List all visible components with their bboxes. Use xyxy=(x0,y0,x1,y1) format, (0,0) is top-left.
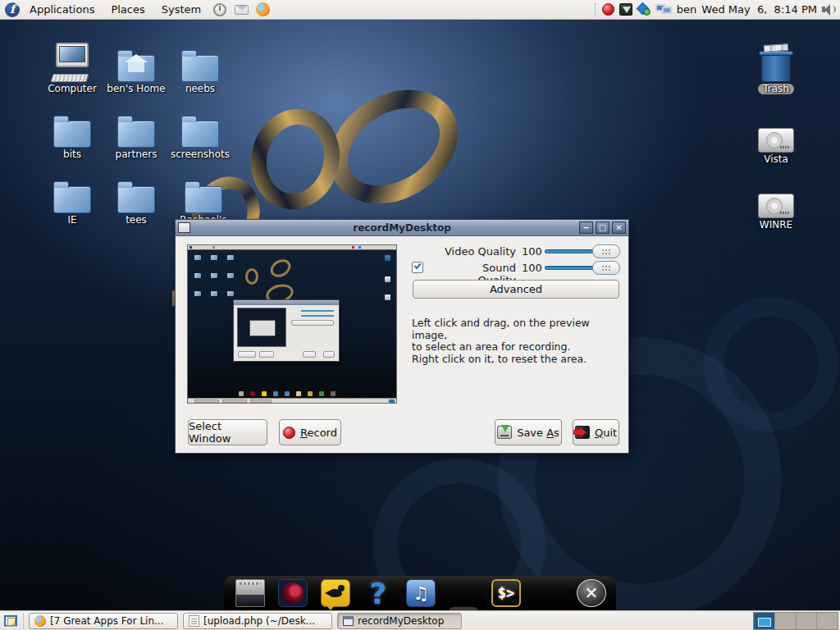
video-quality-value: 100 xyxy=(522,245,542,258)
terminal-icon[interactable]: $> xyxy=(491,579,521,607)
recordmydesktop-window: recordMyDesktop − □ ✕ xyxy=(175,219,629,454)
songbird-icon[interactable] xyxy=(321,579,350,607)
task-recordmydesktop[interactable]: recordMyDesktop xyxy=(337,613,462,629)
trash-icon xyxy=(759,44,793,82)
show-desktop-icon xyxy=(4,615,17,627)
firefox-icon xyxy=(34,615,46,627)
menu-applications[interactable]: Applications xyxy=(23,1,101,18)
clock-label[interactable]: Wed May 6, 8:14 PM xyxy=(701,3,817,16)
slider-handle[interactable] xyxy=(592,244,620,258)
recording-preview[interactable] xyxy=(187,244,397,404)
folder-icon xyxy=(117,121,155,148)
advanced-button[interactable]: Advanced xyxy=(413,280,619,299)
task-firefox[interactable]: [7 Great Apps For Lin... xyxy=(29,613,178,629)
select-window-button[interactable]: Select Window xyxy=(188,419,267,445)
show-desktop-button[interactable] xyxy=(1,612,21,630)
folder-icon xyxy=(117,186,155,213)
titlebar[interactable]: recordMyDesktop − □ ✕ xyxy=(176,220,628,236)
maximize-button[interactable]: □ xyxy=(596,221,609,234)
music-player-icon[interactable]: ♫ xyxy=(406,579,436,607)
desktop-icon-partners[interactable]: partners xyxy=(105,107,167,160)
save-as-button[interactable]: Save As xyxy=(495,419,562,445)
video-quality-label: Video Quality xyxy=(442,245,516,258)
drive-icon xyxy=(758,128,794,153)
desktop-icon-ie[interactable]: IE xyxy=(41,172,103,226)
screenshot-app-icon[interactable] xyxy=(235,579,265,607)
volume-icon[interactable] xyxy=(822,3,837,16)
close-circle-icon[interactable]: ✕ xyxy=(577,579,606,607)
window-icon xyxy=(343,616,354,626)
desktop-icon-vista[interactable]: Vista xyxy=(745,112,807,165)
video-quality-slider[interactable] xyxy=(545,244,620,258)
drive-icon xyxy=(758,194,794,218)
folder-icon xyxy=(53,121,91,148)
folder-icon xyxy=(53,186,91,213)
desktop-icon-screenshots[interactable]: screenshots xyxy=(169,107,231,160)
desktop-icon-winre[interactable]: WINRE xyxy=(745,177,807,231)
workspace-3[interactable] xyxy=(797,613,818,629)
text-editor-icon xyxy=(189,615,199,627)
desktop-icon-bens-home[interactable]: ben's Home xyxy=(105,41,167,94)
desktop-icon-bits[interactable]: bits xyxy=(41,107,103,160)
quit-button[interactable]: Quit xyxy=(573,419,619,445)
record-tray-icon[interactable] xyxy=(602,3,614,16)
help-icon[interactable]: ? xyxy=(363,579,393,607)
workspace-2[interactable] xyxy=(775,613,797,629)
menu-system[interactable]: System xyxy=(155,1,208,18)
home-folder-icon xyxy=(117,55,155,82)
sound-quality-slider[interactable] xyxy=(545,261,620,275)
firefox-icon[interactable] xyxy=(254,2,271,17)
taskbar-separator xyxy=(23,614,26,628)
folder-icon xyxy=(181,55,219,82)
dock: ? ♫ $> M·i ✕ xyxy=(224,576,616,610)
workspace-4[interactable] xyxy=(817,613,838,629)
record-button[interactable]: Record xyxy=(279,419,341,445)
close-button[interactable]: ✕ xyxy=(612,221,626,234)
record-icon xyxy=(283,427,295,439)
display-tray-icon[interactable] xyxy=(655,3,672,16)
desktop-icon-tees[interactable]: tees xyxy=(105,172,167,226)
instruction-text: Left click and drag, on the preview imag… xyxy=(412,317,625,365)
minimize-button[interactable]: − xyxy=(579,221,593,234)
menu-places[interactable]: Places xyxy=(104,1,151,18)
fedora-menu-icon[interactable]: f xyxy=(5,2,20,17)
dropbox-tray-icon[interactable] xyxy=(637,3,651,16)
media-swirl-icon[interactable] xyxy=(278,579,308,607)
window-title: recordMyDesktop xyxy=(176,222,628,234)
mini-window xyxy=(233,299,340,362)
desktop-icon-trash[interactable]: Trash xyxy=(745,41,807,94)
task-upload-php[interactable]: [upload.php (~/Desk... xyxy=(183,613,332,629)
power-icon[interactable] xyxy=(212,2,228,17)
computer-icon xyxy=(50,43,94,82)
sound-quality-value: 100 xyxy=(522,262,542,274)
quit-icon xyxy=(575,426,590,439)
save-icon xyxy=(497,426,512,439)
bottom-taskbar: [7 Great Apps For Lin... [upload.php (~/… xyxy=(0,610,840,630)
folder-icon xyxy=(185,186,222,213)
panel-separator xyxy=(595,3,597,16)
download-tray-icon[interactable] xyxy=(619,3,632,16)
sound-quality-checkbox[interactable] xyxy=(412,262,423,273)
workspace-1[interactable] xyxy=(754,613,775,629)
desktop-icon-computer[interactable]: Computer xyxy=(41,41,103,94)
workspace-switcher xyxy=(753,612,838,630)
top-panel: f Applications Places System ben Wed May… xyxy=(0,0,840,20)
username-label: ben xyxy=(677,3,697,16)
mail-icon[interactable] xyxy=(233,2,249,17)
folder-icon xyxy=(181,121,219,148)
desktop-icon-neebs[interactable]: neebs xyxy=(169,41,231,94)
slider-handle[interactable] xyxy=(592,261,620,275)
